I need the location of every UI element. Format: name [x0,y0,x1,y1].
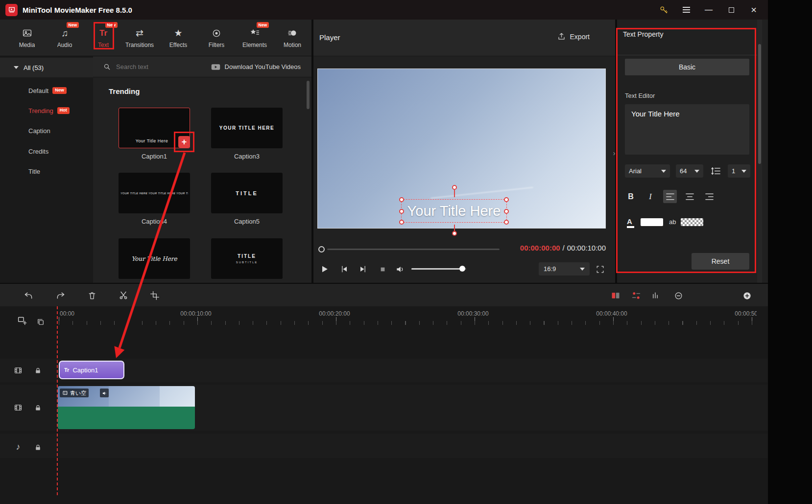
seek-bar[interactable] [327,249,500,250]
new-badge: New [257,22,269,28]
highlight-color-swatch[interactable] [681,218,703,226]
minimize-icon[interactable]: — [703,4,714,15]
template-caption3[interactable]: YOUR TITLE HERE [211,108,283,148]
menu-icon[interactable] [681,4,692,15]
volume-slider[interactable] [411,268,466,270]
sidebar-item-default[interactable]: Default New [0,83,93,98]
tab-label: Motion [284,42,301,48]
download-youtube-link[interactable]: Download YouTube Videos [211,56,301,77]
license-key-icon[interactable] [658,4,669,15]
search-input[interactable] [116,63,194,70]
bottom-handle[interactable] [452,231,457,236]
resize-handle[interactable] [399,197,404,202]
volume-icon[interactable] [395,262,406,276]
basic-tab-button[interactable]: Basic [625,59,749,75]
preview-title-text[interactable]: Your Title Here [407,203,501,219]
previous-frame-button[interactable] [339,262,350,276]
timeline-video-clip[interactable]: 青い空 [58,386,195,429]
split-scissors-button[interactable] [118,290,129,301]
template-card[interactable]: Your Title Here [119,238,190,279]
tab-transitions[interactable]: ⇄ Transitions [124,22,155,54]
player-panel: Player Export Your Title Here [313,20,615,283]
play-button[interactable] [319,262,330,276]
playhead[interactable] [57,306,58,497]
filter-all-dropdown[interactable]: All (53) [0,58,93,77]
video-preview[interactable]: Your Title Here [317,69,606,229]
bold-button[interactable]: B [624,190,638,203]
resize-handle[interactable] [399,220,404,225]
clip-volume-button[interactable] [100,389,109,397]
chevron-down-icon [580,268,585,271]
video-track-lock-icon[interactable] [32,402,43,413]
redo-button[interactable] [55,290,66,301]
audio-track-lock-icon[interactable] [32,442,43,453]
align-left-button[interactable] [663,190,677,203]
template-caption5[interactable]: TITLE [211,173,283,213]
delete-button[interactable] [87,290,97,301]
sidebar-item-trending[interactable]: Trending Hot [0,103,93,118]
zoom-in-button[interactable] [741,290,752,301]
panel-scrollbar[interactable] [758,44,761,164]
maximize-icon[interactable] [726,4,737,15]
align-center-button[interactable] [683,190,696,203]
player-title: Player [319,33,340,42]
tab-text[interactable]: New Tr Text [88,22,119,54]
resize-handle[interactable] [504,209,509,214]
text-track-lock-icon[interactable] [32,365,43,376]
timeline-ruler[interactable]: 00:00 00:00:10:00 00:00:20:00 00:00:30:0… [0,306,757,329]
font-color-swatch[interactable] [641,218,663,226]
line-spacing-select[interactable]: 1 [728,164,750,178]
volume-handle[interactable] [459,266,465,272]
copy-clip-icon[interactable] [35,317,46,327]
crop-button[interactable] [149,290,160,301]
fullscreen-button[interactable] [595,262,605,276]
stop-button[interactable] [377,262,388,276]
tab-motion[interactable]: Motion [277,22,308,54]
zoom-out-button[interactable] [673,290,684,301]
highlight-color-button[interactable]: ab [669,218,676,226]
text-selection-box[interactable]: Your Title Here [401,199,507,223]
seek-handle[interactable] [318,246,325,252]
font-color-button[interactable]: A [627,217,634,228]
timeline-text-clip[interactable]: Tr Caption1 [59,361,124,379]
font-family-select[interactable]: Arial [625,164,670,178]
export-button[interactable]: Export [557,32,590,41]
sidebar-item-caption[interactable]: Caption [0,123,93,138]
text-editor-input[interactable]: Your Title Here [625,104,749,155]
undo-button[interactable] [23,290,34,301]
tab-filters[interactable]: Filters [201,22,232,54]
keyframe-icon[interactable] [631,290,642,301]
tab-elements[interactable]: New Elements [239,22,270,54]
font-size-select[interactable]: 64 [676,164,703,178]
export-icon [557,32,566,41]
add-clip-icon[interactable] [17,315,27,326]
gallery-scrollbar[interactable] [307,81,310,109]
next-frame-button[interactable] [358,262,368,276]
tab-effects[interactable]: ★ Effects [163,22,193,54]
chevron-down-icon [14,66,19,69]
resize-handle[interactable] [399,209,404,214]
resize-handle[interactable] [504,197,509,202]
template-preview: YOUR TITLE HERE [219,125,275,131]
video-clip-label: 青い空 [70,389,86,397]
reset-button[interactable]: Reset [692,253,749,270]
video-clip-name-chip: 青い空 [60,389,89,397]
close-icon[interactable]: × [748,4,759,15]
template-caption4[interactable]: YOUR TITLE HERE YOUR TITLE HERE YOUR TIT… [119,173,190,213]
sidebar-item-credits[interactable]: Credits [0,144,93,159]
tab-audio[interactable]: New ♫ Audio [49,22,80,54]
audio-meter-icon[interactable] [650,290,661,301]
track-view-icon[interactable] [610,290,621,301]
text-track-icon [13,365,24,376]
resize-handle[interactable] [504,220,509,225]
tab-media[interactable]: Media [12,22,42,54]
align-right-button[interactable] [702,190,716,203]
panel-collapse-handle[interactable]: › [611,145,617,161]
template-card[interactable]: TITLE SUBTITLE [211,238,283,279]
text-clip-label: Caption1 [72,367,98,374]
add-template-button[interactable]: + [178,136,190,148]
sidebar-item-title[interactable]: Title [0,164,93,179]
aspect-ratio-select[interactable]: 16:9 [539,262,590,275]
rotate-handle[interactable] [452,185,457,190]
italic-button[interactable]: I [644,190,657,203]
